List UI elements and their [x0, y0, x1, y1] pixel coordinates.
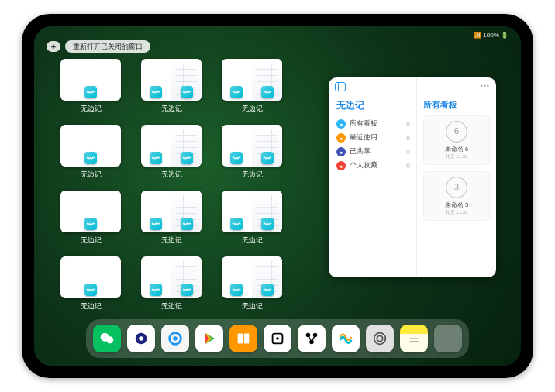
sidebar-item[interactable]: ●个人收藏0	[336, 159, 410, 173]
card-label: 无边记	[161, 236, 182, 246]
freeform-icon: 〰	[181, 152, 193, 164]
freeform-icon: 〰	[261, 218, 274, 230]
window-thumbnail: 〰〰	[141, 191, 202, 232]
sidebar-item-label: 最近使用	[350, 133, 377, 143]
sidebar-item-label: 已共享	[350, 147, 371, 156]
sidebar-item[interactable]: ●最近使用8	[336, 131, 410, 145]
window-thumbnail: 〰〰	[141, 125, 202, 167]
card-label: 无边记	[81, 301, 102, 311]
board-subtitle: 昨天 11:28	[446, 209, 468, 216]
svg-point-8	[306, 333, 311, 338]
freeform-icon: 〰	[150, 284, 162, 296]
category-icon: ●	[336, 133, 346, 143]
freeform-icon: 〰	[181, 86, 193, 98]
app-window-card[interactable]: 〰〰无边记	[222, 125, 282, 180]
app-window-card[interactable]: 〰〰无边记	[222, 256, 282, 311]
app-window-card[interactable]: 〰无边记	[60, 125, 121, 180]
freeform-icon: 〰	[230, 152, 243, 164]
dock-app-folder[interactable]	[434, 325, 462, 352]
freeform-icon: 〰	[261, 86, 274, 98]
sidebar-toggle-icon[interactable]	[335, 82, 346, 91]
freeform-icon: 〰	[181, 218, 193, 230]
board-name: 未命名 3	[445, 201, 468, 209]
status-right: 📶 100% 🔋	[474, 32, 508, 39]
freeform-board-list: 所有看板 6未命名 6昨天 11:353未命名 3昨天 11:28	[417, 77, 496, 277]
card-label: 无边记	[242, 170, 263, 180]
dock-app-browser-b[interactable]	[161, 325, 189, 352]
card-label: 无边记	[81, 104, 102, 114]
reopen-closed-window-button[interactable]: 重新打开已关闭的窗口	[65, 40, 150, 53]
app-window-card[interactable]: 〰〰无边记	[141, 59, 202, 114]
window-thumbnail: 〰	[60, 59, 121, 101]
window-thumbnail: 〰〰	[222, 256, 282, 298]
svg-point-5	[173, 336, 178, 341]
freeform-icon: 〰	[150, 86, 162, 98]
window-thumbnail: 〰〰	[141, 59, 202, 101]
card-label: 无边记	[242, 236, 263, 246]
freeform-icon: 〰	[150, 152, 162, 164]
more-icon[interactable]: •••	[481, 82, 490, 90]
card-label: 无边记	[161, 301, 182, 311]
ipad-frame: 📶 100% 🔋 + 重新打开已关闭的窗口 〰无边记〰〰无边记〰〰无边记〰无边记…	[22, 14, 533, 378]
card-label: 无边记	[161, 170, 182, 180]
svg-point-11	[374, 333, 386, 345]
dock	[86, 319, 469, 358]
app-switcher-grid: 〰无边记〰〰无边记〰〰无边记〰无边记〰〰无边记〰〰无边记〰无边记〰〰无边记〰〰无…	[60, 59, 316, 311]
freeform-icon: 〰	[84, 284, 97, 296]
board-card[interactable]: 6未命名 6昨天 11:35	[423, 115, 490, 165]
dock-app-wechat[interactable]	[93, 325, 121, 352]
add-button[interactable]: +	[47, 41, 60, 52]
sidebar-title: 无边记	[336, 99, 410, 112]
freeform-icon: 〰	[84, 218, 97, 230]
app-window-card[interactable]: 〰〰无边记	[141, 125, 202, 180]
svg-point-1	[106, 336, 113, 343]
app-window-card[interactable]: 〰〰无边记	[222, 191, 282, 246]
dock-app-books[interactable]	[229, 325, 257, 352]
sidebar-item-count: 0	[406, 162, 410, 170]
window-thumbnail: 〰〰	[222, 125, 282, 167]
freeform-icon: 〰	[230, 284, 243, 296]
dock-app-dice[interactable]	[264, 325, 291, 352]
category-icon: ●	[336, 147, 346, 156]
sidebar-item-count: 8	[406, 134, 410, 142]
app-window-card[interactable]: 〰无边记	[60, 59, 121, 114]
sidebar-item[interactable]: ●已共享0	[336, 145, 410, 159]
app-window-card[interactable]: 〰〰无边记	[141, 191, 202, 246]
board-card[interactable]: 3未命名 3昨天 11:28	[423, 171, 490, 221]
freeform-sidebar: 无边记 ●所有看板8●最近使用8●已共享0●个人收藏0	[329, 77, 417, 277]
card-label: 无边记	[81, 170, 102, 180]
svg-point-3	[139, 336, 143, 341]
window-thumbnail: 〰〰	[222, 191, 282, 232]
app-window-card[interactable]: 〰无边记	[60, 256, 121, 311]
app-window-card[interactable]: 〰〰无边记	[222, 59, 282, 114]
freeform-icon: 〰	[261, 152, 274, 164]
sidebar-item-count: 8	[406, 120, 410, 128]
freeform-icon: 〰	[150, 218, 162, 230]
board-subtitle: 昨天 11:35	[446, 153, 468, 160]
sidebar-item-count: 0	[406, 148, 410, 156]
category-icon: ●	[336, 119, 346, 129]
dock-app-notes[interactable]	[400, 325, 428, 352]
freeform-icon: 〰	[230, 218, 243, 230]
freeform-icon: 〰	[181, 284, 193, 296]
status-bar: 📶 100% 🔋	[34, 29, 521, 40]
board-thumbnail: 3	[446, 177, 467, 198]
dock-app-settings[interactable]	[366, 325, 394, 352]
app-window-card[interactable]: 〰无边记	[60, 191, 121, 246]
sidebar-item[interactable]: ●所有看板8	[336, 117, 410, 131]
category-icon: ●	[336, 161, 346, 170]
window-thumbnail: 〰〰	[222, 59, 282, 101]
dock-app-browser-a[interactable]	[127, 325, 155, 352]
dock-app-connect[interactable]	[298, 325, 326, 352]
card-label: 无边记	[81, 236, 102, 246]
svg-point-7	[276, 337, 279, 340]
app-window-card[interactable]: 〰〰无边记	[141, 256, 202, 311]
dock-app-play[interactable]	[195, 325, 223, 352]
svg-point-9	[313, 333, 318, 338]
window-thumbnail: 〰〰	[141, 256, 202, 298]
freeform-icon: 〰	[230, 86, 243, 98]
board-name: 未命名 6	[445, 146, 468, 153]
dock-app-freeform[interactable]	[332, 325, 360, 352]
window-thumbnail: 〰	[60, 125, 121, 167]
freeform-app-window[interactable]: ••• 无边记 ●所有看板8●最近使用8●已共享0●个人收藏0 所有看板 6未命…	[329, 77, 496, 277]
